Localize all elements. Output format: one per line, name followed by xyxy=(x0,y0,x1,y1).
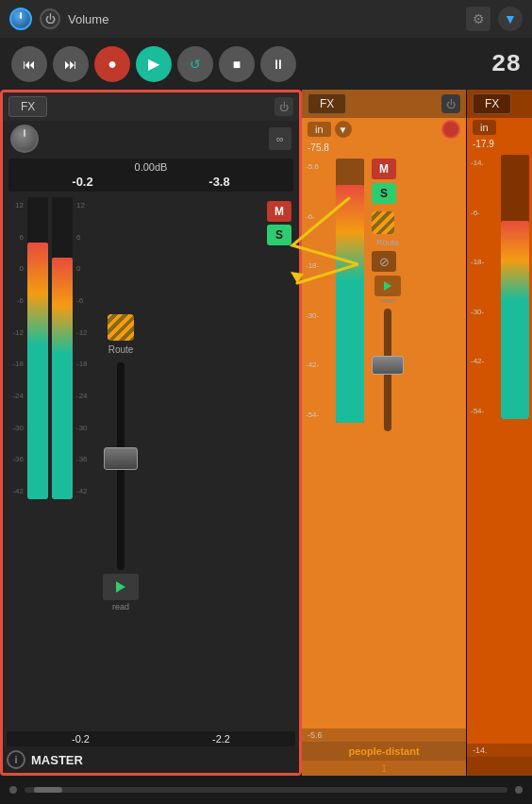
scroll-right[interactable] xyxy=(515,786,523,794)
right-vu-scale-2: -14. -6- -18- -30- -42- -54- xyxy=(471,155,497,419)
right-fx-row-2: FX ⏻ xyxy=(467,90,532,118)
scroll-left[interactable] xyxy=(9,786,17,794)
db-display-2b: -14. xyxy=(467,744,532,757)
route-stripes-icon-1 xyxy=(372,211,394,234)
fader-track xyxy=(117,362,125,570)
record-dot-1[interactable] xyxy=(441,120,460,139)
right-fx-button-2[interactable]: FX xyxy=(473,93,511,114)
right-controls-1: M S Route ⊘ read xyxy=(372,159,404,725)
fx-button[interactable]: FX xyxy=(8,96,47,117)
left-vu-meter xyxy=(27,197,48,499)
fader-handle[interactable] xyxy=(104,447,138,470)
volume-label: Volume xyxy=(68,12,458,26)
time-display: 28 xyxy=(491,50,521,78)
right-channel-2: FX ⏻ in -17.9 -14. -6- -18- -30- -42- -5… xyxy=(467,90,532,776)
read-icon xyxy=(116,581,125,593)
route-area-1: Route xyxy=(372,211,404,247)
db-value: 0.00dB xyxy=(14,161,288,173)
right-power-icon-1[interactable]: ⏻ xyxy=(441,94,460,113)
pan-knob[interactable] xyxy=(10,125,39,153)
right-fader-handle-1[interactable] xyxy=(372,356,404,375)
fx-row: FX ⏻ xyxy=(3,92,299,121)
read-section-1: read xyxy=(372,276,404,305)
level-display: 0.00dB -0.2 -3.8 xyxy=(8,159,293,192)
level-values: -0.2 -3.8 xyxy=(14,175,288,189)
phase-button-1[interactable]: ⊘ xyxy=(372,251,396,272)
in-label-2: in xyxy=(473,120,496,135)
track-name-2: many xyxy=(467,757,532,776)
right-vu-meter xyxy=(52,197,73,499)
right-fader-track-1 xyxy=(384,309,391,431)
scroll-thumb[interactable] xyxy=(34,787,62,793)
peak-values: -0.2 -2.2 xyxy=(7,731,295,746)
left-vu-scale: 12 6 0 -6 -12 -18 -24 -30 -36 -42 xyxy=(7,197,24,499)
peak-left: -0.2 xyxy=(72,733,90,745)
right-channels: FX ⏻ in ▼ -75.8 -5.6 -6- -18- -30- -42- xyxy=(302,90,532,776)
solo-button-1[interactable]: S xyxy=(372,183,396,204)
link-button[interactable]: ∞ xyxy=(269,127,291,150)
power-button[interactable]: ⏻ xyxy=(40,8,60,29)
dropdown-icon[interactable]: ▼ xyxy=(498,7,523,31)
left-vu-fill xyxy=(27,243,48,499)
read-icon-1 xyxy=(384,281,391,291)
master-channel: FX ⏻ ∞ 0.00dB -0.2 -3.8 M S 12 xyxy=(0,90,302,776)
fader-section: 12 6 0 -6 -12 -18 -24 -30 -36 -42 12 xyxy=(3,193,299,731)
transport-bar: ⏮ ⏭ ● ▶ ↺ ■ ⏸ 28 xyxy=(0,38,532,90)
read-button[interactable] xyxy=(103,574,139,600)
route-label-1: Route xyxy=(372,238,404,247)
right-vu-area-2: -14. -6- -18- -30- -42- -54- xyxy=(467,151,532,744)
db-display-1b: -5.6 xyxy=(302,729,466,742)
gear-icon[interactable]: ⚙ xyxy=(466,7,490,31)
right-fader-1[interactable] xyxy=(372,309,404,431)
peak-right: -2.2 xyxy=(212,733,230,745)
route-area: Route read xyxy=(97,197,144,728)
mute-button-1[interactable]: M xyxy=(372,159,396,179)
channel-name: MASTER xyxy=(31,753,83,767)
right-vu-fill xyxy=(52,258,73,499)
dropdown-arrow-1[interactable]: ▼ xyxy=(335,121,352,138)
db-display-1: -75.8 xyxy=(302,141,466,155)
route-label: Route xyxy=(108,344,134,355)
right-vu-scale-1: -5.6 -6- -18- -30- -42- -54- xyxy=(306,159,332,423)
in-row-1: in ▼ xyxy=(302,118,466,141)
db-value-1: -75.8 xyxy=(308,142,329,153)
right-fx-row-1: FX ⏻ xyxy=(302,90,466,118)
track-number-1: 1 xyxy=(302,761,466,776)
top-bar: ⏻ Volume ⚙ ▼ xyxy=(0,0,532,38)
knob-row: ∞ xyxy=(3,121,299,157)
right-vu-scale: 12 6 0 -6 -12 -18 -24 -30 -36 -42 xyxy=(76,197,93,499)
in-label-1: in xyxy=(308,122,331,137)
db-display-2: -17.9 xyxy=(467,137,532,151)
volume-knob[interactable] xyxy=(9,8,32,30)
play-button[interactable]: ▶ xyxy=(136,46,172,82)
pause-button[interactable]: ⏸ xyxy=(260,46,296,82)
bottom-bar xyxy=(0,776,532,804)
right-vu-fill-1a xyxy=(336,185,364,423)
read-label: read xyxy=(112,602,129,611)
right-channel-1: FX ⏻ in ▼ -75.8 -5.6 -6- -18- -30- -42- xyxy=(302,90,467,776)
right-vu-meter-2 xyxy=(501,155,529,419)
main-fader[interactable] xyxy=(102,362,140,570)
channel-label: i MASTER xyxy=(3,746,299,773)
right-vu-meter-1a xyxy=(336,159,364,423)
right-vu-fill-2 xyxy=(501,221,529,419)
level-left: -0.2 xyxy=(72,175,92,189)
right-fx-button-1[interactable]: FX xyxy=(308,93,346,114)
track-name-1: people-distant xyxy=(302,742,466,761)
rewind-button[interactable]: ⏮ xyxy=(11,46,47,82)
in-row-2: in xyxy=(467,118,532,137)
fast-forward-button[interactable]: ⏭ xyxy=(53,46,89,82)
scroll-track[interactable] xyxy=(25,787,507,793)
read-label-1: read xyxy=(380,296,395,305)
loop-button[interactable]: ↺ xyxy=(177,46,213,82)
read-button-1[interactable] xyxy=(374,276,401,296)
level-right: -3.8 xyxy=(208,175,229,189)
db-value-2: -17.9 xyxy=(473,139,494,149)
route-stripes-icon xyxy=(108,314,134,341)
mixer-area: FX ⏻ ∞ 0.00dB -0.2 -3.8 M S 12 xyxy=(0,90,532,776)
stop-button[interactable]: ■ xyxy=(219,46,255,82)
info-button[interactable]: i xyxy=(7,750,25,769)
right-vu-area-1: -5.6 -6- -18- -30- -42- -54- M S xyxy=(302,155,466,729)
power-icon[interactable]: ⏻ xyxy=(274,97,293,116)
record-button[interactable]: ● xyxy=(94,46,130,82)
